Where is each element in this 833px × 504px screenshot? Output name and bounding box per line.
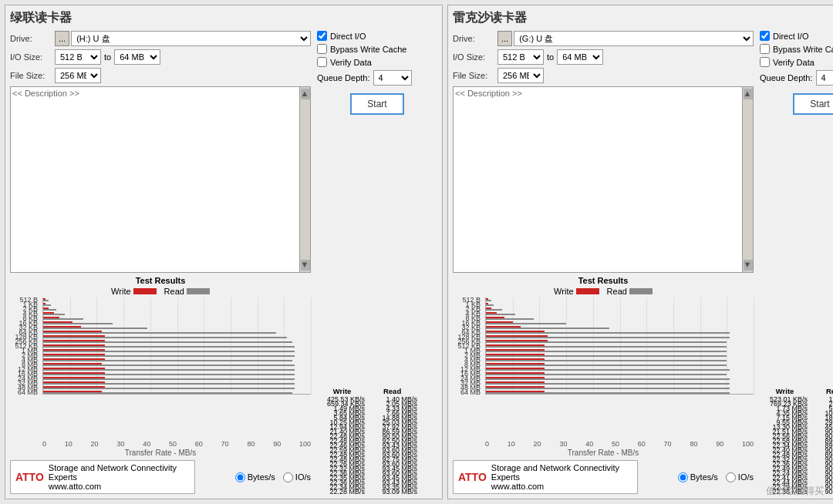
- verify-data-check[interactable]: [317, 57, 327, 67]
- queue-row: Queue Depth: 4: [317, 70, 437, 86]
- right-io-to[interactable]: 64 MB: [557, 49, 603, 65]
- left-panel: 绿联读卡器 Drive: ... (H:) U 盘 I/O Size: 512 …: [5, 5, 443, 499]
- right-title: 雷克沙读卡器: [453, 10, 833, 26]
- right-panel: 雷克沙读卡器 Drive: ... (G:) U 盘 I/O Size: 512…: [447, 5, 833, 499]
- data-table-rows: 425.53 KB/s1.40 MB/s659.34 KB/s2.05 MB/s…: [317, 397, 417, 494]
- right-read-header: Read: [826, 387, 833, 395]
- right-queue-select[interactable]: 4: [816, 70, 834, 86]
- io-to-select[interactable]: 64 MB: [114, 49, 160, 65]
- bytes-radio-label[interactable]: Bytes/s: [235, 472, 275, 482]
- scroll-down[interactable]: ▼: [301, 260, 310, 270]
- right-start-button[interactable]: Start: [793, 93, 833, 115]
- right-io-from[interactable]: 512 B: [497, 49, 544, 65]
- read-bar: [486, 388, 730, 389]
- right-read-bar: [629, 288, 653, 294]
- right-right-config: Direct I/O Bypass Write Cache Verify Dat…: [757, 31, 833, 494]
- scrollbar[interactable]: ▲ ▼: [299, 87, 310, 272]
- x-axis-tick: 10: [65, 440, 73, 448]
- chart-row-labels: 512 B1 KB2 KB4 KB8 KB16 KB32 KB64 KB128 …: [10, 297, 42, 395]
- drive-button[interactable]: ...: [55, 31, 69, 46]
- right-ios-radio[interactable]: [726, 472, 736, 482]
- atto-logo: ATTO Storage and Network Connectivity Ex…: [10, 460, 195, 494]
- chart-bars-container: [42, 297, 311, 395]
- read-bar: [43, 388, 295, 389]
- right-legend-write: Write: [554, 287, 599, 296]
- bypass-write-check[interactable]: [317, 44, 327, 54]
- left-title: 绿联读卡器: [10, 10, 437, 26]
- right-atto-brand: ATTO: [458, 471, 487, 483]
- read-bar: [43, 300, 49, 301]
- x-axis-tick: 40: [143, 440, 150, 448]
- left-bottom: ATTO Storage and Network Connectivity Ex…: [10, 460, 311, 494]
- right-bytes-radio-label[interactable]: Bytes/s: [678, 472, 718, 482]
- right-bytes-label: Bytes/s: [690, 472, 718, 482]
- drive-select[interactable]: (H:) U 盘: [71, 31, 311, 46]
- direct-io-label: Direct I/O: [330, 32, 366, 41]
- right-verify-data-label: Verify Data: [773, 58, 814, 67]
- chart-legend: Write Read: [10, 287, 311, 296]
- atto-text: Storage and Network Connectivity Experts…: [49, 463, 190, 491]
- ios-radio-label[interactable]: IO/s: [283, 472, 311, 482]
- left-config: Drive: ... (H:) U 盘 I/O Size: 512 B to 6…: [10, 31, 311, 494]
- start-button[interactable]: Start: [350, 93, 404, 115]
- verify-data-label: Verify Data: [330, 58, 372, 67]
- legend-read: Read: [164, 287, 210, 296]
- right-scrollbar[interactable]: ▲ ▼: [742, 87, 753, 272]
- right-scroll-down[interactable]: ▼: [744, 260, 753, 270]
- right-verify-data-check[interactable]: [760, 57, 770, 67]
- to-label: to: [104, 52, 111, 62]
- bypass-write-label: Bypass Write Cache: [330, 45, 406, 54]
- direct-io-check[interactable]: [317, 31, 327, 41]
- right-read-label: Read: [607, 287, 627, 296]
- x-axis-tick: 80: [690, 440, 697, 448]
- file-size-select[interactable]: 256 MB: [55, 68, 101, 83]
- x-axis-tick: 60: [638, 440, 646, 448]
- left-right-config: Direct I/O Bypass Write Cache Verify Dat…: [314, 31, 437, 494]
- queue-select[interactable]: 4: [373, 70, 412, 86]
- bar-row: [486, 390, 754, 395]
- atto-tagline1: Storage and Network Connectivity Experts: [49, 463, 190, 482]
- right-direct-io-check[interactable]: [760, 31, 770, 41]
- scroll-up[interactable]: ▲: [301, 89, 310, 99]
- file-row: File Size: 256 MB: [10, 68, 311, 83]
- read-bar: [486, 360, 727, 361]
- read-bar: [486, 392, 730, 394]
- read-bar: [43, 323, 113, 324]
- right-chart-row-labels: 512 B1 KB2 KB4 KB8 KB16 KB32 KB64 KB128 …: [453, 297, 485, 395]
- row-label: 64 MB: [10, 390, 40, 395]
- right-ios-radio-label[interactable]: IO/s: [726, 472, 754, 482]
- right-drive-button[interactable]: ...: [497, 31, 512, 46]
- read-bar: [43, 332, 276, 334]
- x-axis-tick: 0: [485, 440, 489, 448]
- x-axis-tick: 60: [195, 440, 203, 448]
- right-scroll-up[interactable]: ▲: [744, 89, 753, 99]
- io-from-select[interactable]: 512 B: [55, 49, 101, 65]
- right-io-label: I/O Size:: [453, 52, 497, 62]
- right-bypass-write-check[interactable]: [760, 44, 770, 54]
- right-chart-legend: Write Read: [453, 287, 754, 296]
- x-axis-tick: 100: [742, 440, 754, 448]
- x-axis-tick: 90: [273, 440, 281, 448]
- right-atto-tagline1: Storage and Network Connectivity Experts: [491, 463, 632, 482]
- right-description-text: << Description >>: [455, 89, 522, 98]
- right-file-size[interactable]: 256 MB: [497, 68, 544, 83]
- read-bar: [43, 355, 295, 357]
- bytes-radio[interactable]: [235, 472, 245, 482]
- right-bars-container: [485, 297, 754, 395]
- right-write-bar: [576, 288, 599, 294]
- direct-io-row: Direct I/O: [317, 31, 437, 41]
- right-file-row: File Size: 256 MB: [453, 68, 754, 83]
- ios-radio[interactable]: [283, 472, 293, 482]
- right-bytes-radio[interactable]: [678, 472, 688, 482]
- read-bar: [43, 309, 56, 311]
- write-legend-label: Write: [111, 287, 130, 296]
- ios-label: IO/s: [295, 472, 311, 482]
- right-verify-data-row: Verify Data: [760, 57, 833, 67]
- right-data-table: Write Read 523.01 KB/s1.73 MB/s769.23 KB…: [760, 387, 833, 494]
- read-bar: [486, 378, 730, 380]
- right-drive-select[interactable]: (G:) U 盘: [514, 31, 754, 46]
- x-axis-tick: 20: [534, 440, 541, 448]
- x-axis-tick: 40: [585, 440, 593, 448]
- io-row: I/O Size: 512 B to 64 MB: [10, 49, 311, 65]
- read-legend-bar: [187, 288, 210, 294]
